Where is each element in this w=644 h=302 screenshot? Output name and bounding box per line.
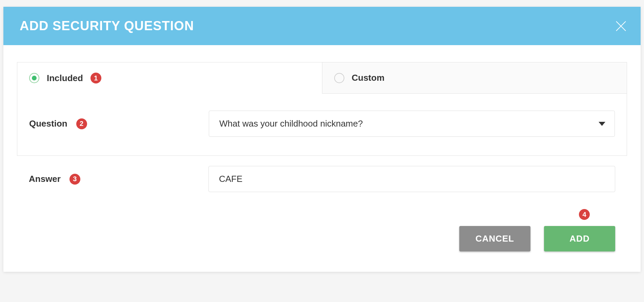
modal-title: ADD SECURITY QUESTION	[20, 19, 194, 33]
answer-input[interactable]	[208, 166, 615, 192]
radio-custom[interactable]	[334, 73, 344, 83]
answer-row: Answer 3	[17, 156, 627, 195]
answer-label-wrap: Answer 3	[29, 174, 208, 185]
tab-custom[interactable]: Custom	[322, 62, 627, 94]
question-label-wrap: Question 2	[29, 118, 209, 129]
question-select[interactable]: What was your childhood nickname?	[209, 111, 615, 137]
tabs-row: Included 1 Custom	[17, 62, 627, 94]
question-select-wrap: What was your childhood nickname?	[209, 111, 615, 137]
tab-included-label: Included	[47, 73, 83, 83]
question-row: Question 2 What was your childhood nickn…	[17, 94, 627, 155]
question-type-panel: Included 1 Custom Question 2 What was yo…	[17, 62, 627, 156]
annotation-badge-2: 2	[76, 118, 87, 129]
cancel-button[interactable]: CANCEL	[459, 226, 530, 251]
add-button[interactable]: ADD	[544, 226, 615, 251]
radio-included[interactable]	[29, 73, 39, 83]
modal-body: Included 1 Custom Question 2 What was yo…	[3, 45, 641, 272]
add-security-question-modal: ADD SECURITY QUESTION Included 1 Cu	[3, 7, 641, 272]
question-select-value: What was your childhood nickname?	[219, 118, 363, 129]
answer-label: Answer	[29, 174, 61, 184]
chevron-down-icon	[599, 122, 605, 126]
modal-header: ADD SECURITY QUESTION	[3, 7, 641, 45]
question-label: Question	[29, 118, 67, 129]
annotation-badge-1: 1	[90, 73, 101, 83]
annotation-badge-3: 3	[69, 174, 80, 185]
tab-custom-label: Custom	[352, 73, 385, 83]
tab-included[interactable]: Included 1	[17, 62, 322, 94]
close-icon[interactable]	[615, 20, 627, 32]
annotation-badge-4: 4	[579, 209, 590, 220]
actions-row: 4 CANCEL ADD	[17, 226, 627, 251]
radio-dot-icon	[32, 76, 37, 80]
